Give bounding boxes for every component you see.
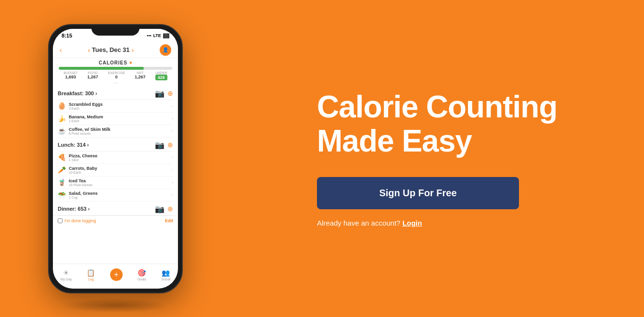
food-left: 🥚 Scrambled Eggs 2 Each [58, 102, 103, 110]
battery-icon: ▓▓ [163, 33, 169, 38]
hero-section: 8:15 ▪▪▪ LTE ▓▓ ‹ ‹ Tues, Dec 31 › [0, 0, 644, 317]
add-breakfast-icon[interactable]: ⊕ [167, 89, 173, 97]
salad-chevron-icon: › [172, 192, 173, 197]
dinner-header: Dinner: 653 › 📷 ⊕ [58, 202, 173, 216]
food-left: 🧋 Iced Tea 16 Fluid ounces [58, 178, 92, 187]
coffee-icon: ☕ [58, 127, 66, 135]
salad-icon: 🥗 [58, 191, 66, 199]
hero-content: Calorie Counting Made Easy Sign Up For F… [278, 90, 615, 227]
food-item-carrots[interactable]: 🥕 Carrots, Baby 10 Each › [58, 164, 173, 177]
add-dinner-icon[interactable]: ⊕ [167, 205, 173, 213]
dinner-section: Dinner: 653 › 📷 ⊕ [53, 202, 178, 216]
signal-icon: ▪▪▪ [147, 33, 152, 38]
pizza-info: Pizza, Cheese 1 Slice [69, 153, 98, 162]
breakfast-title: Breakfast: 300 › [58, 90, 97, 96]
exercise-stat: EXERCISE 0 [108, 71, 125, 80]
banana-chevron-icon: › [172, 116, 173, 121]
prev-date-icon[interactable]: ‹ [88, 46, 90, 54]
food-item-iced-tea[interactable]: 🧋 Iced Tea 16 Fluid ounces › [58, 177, 173, 189]
tab-bar: ☀ My Day 📋 Log + 🎯 Goals � [53, 264, 178, 289]
calories-dropdown-icon[interactable]: ▾ [129, 60, 132, 65]
status-icons: ▪▪▪ LTE ▓▓ [147, 33, 169, 38]
food-left: 🥗 Salad, Greens 1 Cup [58, 191, 98, 199]
food-item-eggs[interactable]: 🥚 Scrambled Eggs 2 Each › [58, 100, 173, 113]
pizza-chevron-icon: › [172, 155, 173, 160]
coffee-info: Coffee, w/ Skim Milk 8 Fluid ounces [69, 127, 111, 135]
phone-screen: 8:15 ▪▪▪ LTE ▓▓ ‹ ‹ Tues, Dec 31 › [53, 29, 178, 289]
lte-icon: LTE [153, 33, 161, 38]
tab-my-day[interactable]: ☀ My Day [61, 269, 72, 281]
carrots-chevron-icon: › [172, 167, 173, 172]
login-link[interactable]: Login [403, 219, 422, 227]
breakfast-icons: 📷 ⊕ [155, 89, 173, 98]
tab-my-day-label: My Day [61, 278, 72, 281]
dinner-icons: 📷 ⊕ [155, 204, 173, 214]
add-icon[interactable]: + [110, 268, 123, 281]
tab-social-label: Social [161, 278, 170, 281]
edit-button[interactable]: Edit [165, 218, 173, 223]
add-lunch-icon[interactable]: ⊕ [167, 141, 173, 149]
pizza-icon: 🍕 [58, 153, 66, 161]
dinner-camera-icon[interactable]: 📷 [155, 204, 164, 214]
calories-stats: BUDGET 1,693 FOOD 1,267 EXERCISE 0 NET [59, 71, 172, 80]
status-time: 8:15 [62, 33, 72, 38]
eggs-icon: 🥚 [58, 102, 66, 110]
food-left: ☕ Coffee, w/ Skim Milk 8 Fluid ounces [58, 127, 111, 135]
phone-shell: 8:15 ▪▪▪ LTE ▓▓ ‹ ‹ Tues, Dec 31 › [48, 24, 183, 293]
budget-stat: BUDGET 1,693 [63, 71, 77, 80]
food-stat: FOOD 1,267 [88, 71, 99, 80]
my-day-icon: ☀ [63, 269, 69, 277]
banana-info: Banana, Medium 1 Each [69, 114, 103, 123]
carousel-dots: • • • [59, 80, 172, 85]
done-logging-checkbox[interactable] [58, 218, 63, 223]
avatar[interactable]: 👤 [160, 44, 171, 56]
coffee-chevron-icon: › [172, 128, 173, 133]
camera-icon[interactable]: 📷 [155, 89, 164, 98]
phone-shadow [63, 298, 168, 313]
phone-notch [91, 25, 139, 36]
food-left: 🍕 Pizza, Cheese 1 Slice [58, 153, 98, 162]
tab-add[interactable]: + [110, 268, 123, 281]
calories-progress-bar [59, 67, 172, 70]
tab-log[interactable]: 📋 Log [87, 269, 95, 281]
dinner-title: Dinner: 653 › [58, 206, 90, 212]
breakfast-section: Breakfast: 300 › 📷 ⊕ 🥚 Scrambled Eggs 2 … [53, 86, 178, 138]
hero-title: Calorie Counting Made Easy [317, 90, 615, 158]
iced-tea-chevron-icon: › [172, 180, 173, 185]
avatar-icon: 👤 [163, 47, 168, 52]
eggs-chevron-icon: › [172, 103, 173, 108]
app-header: ‹ ‹ Tues, Dec 31 › 👤 [53, 42, 178, 58]
lunch-camera-icon[interactable]: 📷 [155, 140, 164, 150]
lunch-section: Lunch: 314 › 📷 ⊕ 🍕 Pizza, Cheese 1 Slice [53, 138, 178, 202]
banana-icon: 🍌 [58, 114, 66, 122]
carrots-info: Carrots, Baby 10 Each [69, 166, 97, 174]
already-account-text: Already have an account? Login [317, 219, 615, 227]
food-left: 🥕 Carrots, Baby 10 Each [58, 166, 97, 174]
under-stat: UNDER 426 [155, 71, 167, 80]
back-arrow-icon[interactable]: ‹ [60, 46, 62, 54]
food-item-salad[interactable]: 🥗 Salad, Greens 1 Cup › [58, 189, 173, 202]
food-item-coffee[interactable]: ☕ Coffee, w/ Skim Milk 8 Fluid ounces › [58, 125, 173, 138]
tab-log-label: Log [88, 278, 94, 281]
log-icon: 📋 [87, 269, 95, 277]
food-left: 🍌 Banana, Medium 1 Each [58, 114, 103, 123]
iced-tea-info: Iced Tea 16 Fluid ounces [69, 178, 92, 187]
net-stat: NET 1,267 [135, 71, 146, 80]
phone-mockup: 8:15 ▪▪▪ LTE ▓▓ ‹ ‹ Tues, Dec 31 › [48, 24, 183, 303]
calories-title: CALORIES ▾ [59, 60, 172, 65]
food-item-banana[interactable]: 🍌 Banana, Medium 1 Each › [58, 113, 173, 125]
goals-icon: 🎯 [138, 269, 146, 277]
calories-section: CALORIES ▾ BUDGET 1,693 FOOD 1,267 [53, 58, 178, 86]
iced-tea-icon: 🧋 [58, 178, 66, 186]
tab-goals[interactable]: 🎯 Goals [138, 269, 146, 281]
lunch-title: Lunch: 314 › [58, 142, 89, 148]
carrots-icon: 🥕 [58, 166, 66, 174]
food-item-pizza[interactable]: 🍕 Pizza, Cheese 1 Slice › [58, 152, 173, 164]
next-date-icon[interactable]: › [132, 46, 134, 54]
eggs-info: Scrambled Eggs 2 Each [69, 102, 103, 110]
tab-goals-label: Goals [138, 278, 146, 281]
done-logging-bar: I'm done logging Edit [53, 216, 178, 226]
signup-button[interactable]: Sign Up For Free [317, 177, 519, 209]
social-icon: 👥 [162, 269, 170, 277]
tab-social[interactable]: 👥 Social [161, 269, 170, 281]
